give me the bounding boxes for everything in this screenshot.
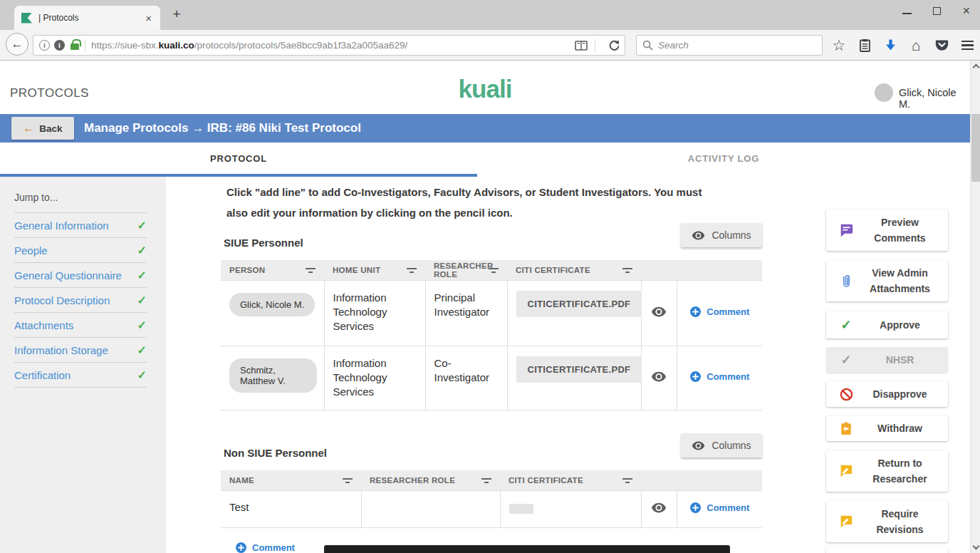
eye-icon — [692, 231, 705, 240]
person-chip[interactable]: Schmitz, Matthew V. — [229, 358, 317, 393]
reader-mode-icon[interactable] — [575, 40, 588, 51]
https-lock-icon[interactable] — [71, 43, 79, 50]
non-siue-columns-button[interactable]: Columns — [681, 433, 762, 458]
home-unit-value: Information Technology Services — [333, 291, 402, 334]
check-icon: ✓ — [838, 352, 855, 368]
add-circle-icon — [689, 502, 702, 514]
col-label: PERSON — [229, 266, 265, 274]
view-cell[interactable] — [641, 490, 677, 527]
add-comment-link[interactable]: Comment — [235, 542, 295, 553]
permissions-icon[interactable]: i — [54, 40, 65, 51]
comment-cell: Comment — [677, 490, 762, 527]
url-domain: kuali.co — [159, 40, 194, 51]
table-header-row: PERSON HOME UNIT RESEARCHER ROLE CITI CE… — [221, 260, 762, 280]
page-info-icon[interactable]: i — [39, 40, 50, 51]
col-person[interactable]: PERSON — [221, 260, 324, 280]
tab-close-icon[interactable]: × — [142, 12, 155, 24]
sidebar-item-people[interactable]: People ✓ — [14, 238, 147, 263]
sidebar-item-attachments[interactable]: Attachments ✓ — [14, 313, 147, 338]
person-chip[interactable]: Glick, Nicole M. — [229, 293, 315, 316]
back-button[interactable]: ← Back — [11, 117, 74, 140]
require-revisions-button[interactable]: Require Revisions — [826, 501, 948, 542]
filter-icon[interactable] — [306, 267, 316, 274]
home-icon[interactable]: ⌂ — [903, 37, 929, 54]
col-citi-certificate[interactable]: CITI CERTIFICATE — [507, 260, 641, 280]
filter-icon[interactable] — [343, 477, 353, 484]
non-siue-personnel-label: Non SIUE Personnel — [224, 447, 327, 459]
comment-link[interactable]: Comment — [689, 371, 749, 383]
partial-dark-button[interactable] — [324, 545, 730, 553]
search-box[interactable] — [636, 35, 823, 56]
sidebar-item-general-questionnaire[interactable]: General Questionnaire ✓ — [14, 263, 147, 288]
user-name[interactable]: Glick, Nicole M. — [899, 87, 970, 110]
reload-icon[interactable] — [608, 39, 620, 51]
eye-icon[interactable] — [651, 502, 667, 513]
user-avatar[interactable] — [875, 83, 893, 102]
siue-columns-button[interactable]: Columns — [681, 223, 762, 247]
toolbar-icons: ☆ ⌂ — [826, 30, 980, 61]
minimize-button[interactable] — [902, 13, 912, 14]
check-icon: ✓ — [137, 294, 147, 307]
eye-icon[interactable] — [651, 371, 667, 382]
browser-back-button[interactable]: ← — [6, 33, 28, 56]
menu-hamburger-icon[interactable] — [954, 41, 980, 50]
sidebar-item-protocol-description[interactable]: Protocol Description ✓ — [14, 288, 147, 313]
action-label: Preview Comments — [859, 215, 941, 246]
tab-activity-log[interactable]: ACTIVITY LOG — [477, 143, 970, 174]
scrollbar-thumb[interactable] — [971, 114, 980, 182]
check-icon: ✓ — [137, 368, 147, 382]
col-citi-certificate[interactable]: CITI CERTIFICATE — [500, 470, 641, 490]
siue-personnel-table: PERSON HOME UNIT RESEARCHER ROLE CITI CE… — [221, 260, 762, 410]
downloads-icon[interactable] — [877, 39, 903, 51]
filter-icon[interactable] — [622, 267, 632, 274]
sidebar-item-label: Information Storage — [14, 344, 108, 356]
close-window-button[interactable]: × — [962, 4, 970, 17]
partial-action-button[interactable] — [826, 547, 948, 553]
url-path: /protocols/protocols/5ae8bcc9ab1f3a2a005… — [194, 40, 407, 51]
col-researcher-role[interactable]: RESEARCHER ROLE — [361, 470, 500, 490]
comment-link[interactable]: Comment — [689, 502, 749, 514]
add-circle-icon — [235, 542, 247, 553]
col-researcher-role[interactable]: RESEARCHER ROLE — [425, 260, 507, 280]
name-value: Test — [229, 501, 249, 513]
action-label: Require Revisions — [859, 506, 941, 537]
filter-icon[interactable] — [481, 477, 491, 484]
eye-icon[interactable] — [651, 306, 667, 317]
filter-icon[interactable] — [407, 267, 417, 274]
sidebar-item-certification[interactable]: Certification ✓ — [14, 363, 147, 388]
certificate-placeholder — [509, 504, 533, 514]
view-admin-attachments-button[interactable]: View Admin Attachments — [826, 260, 948, 301]
view-cell[interactable] — [641, 346, 677, 410]
col-home-unit[interactable]: HOME UNIT — [324, 260, 425, 280]
comment-link[interactable]: Comment — [689, 306, 749, 318]
window-controls: × — [902, 0, 974, 21]
return-to-researcher-button[interactable]: Return to Researcher — [826, 450, 948, 492]
new-tab-button[interactable]: + — [168, 6, 185, 22]
sidebar-item-information-storage[interactable]: Information Storage ✓ — [14, 338, 147, 363]
approve-button[interactable]: ✓ Approve — [826, 311, 948, 338]
scroll-down-icon[interactable] — [972, 543, 979, 550]
sidebar-item-general-information[interactable]: General Information ✓ — [14, 213, 147, 238]
pocket-icon[interactable] — [929, 39, 954, 52]
scroll-up-icon[interactable] — [972, 64, 979, 71]
withdraw-button[interactable]: Withdraw — [826, 415, 948, 441]
view-cell[interactable] — [641, 280, 677, 346]
url-bar[interactable]: i i https://siue-sbx.kuali.co/protocols/… — [33, 35, 625, 56]
filter-icon[interactable] — [622, 477, 632, 484]
action-label: Disapprove — [859, 386, 941, 402]
clipboard-icon[interactable] — [852, 38, 877, 52]
preview-comments-button[interactable]: Preview Comments — [826, 210, 948, 251]
search-input[interactable] — [658, 40, 816, 51]
maximize-button[interactable] — [933, 7, 941, 15]
bookmark-star-icon[interactable]: ☆ — [826, 37, 852, 54]
citi-certificate-button[interactable]: CITICERTIFICATE.PDF — [516, 356, 642, 383]
page-scrollbar[interactable] — [970, 61, 980, 553]
col-label: RESEARCHER ROLE — [370, 476, 455, 485]
action-label: Approve — [859, 317, 941, 333]
tab-protocol[interactable]: PROTOCOL — [0, 143, 477, 174]
disapprove-button[interactable]: Disapprove — [826, 381, 948, 407]
filter-icon[interactable] — [489, 267, 499, 274]
col-name[interactable]: NAME — [221, 470, 361, 490]
browser-tab[interactable]: | Protocols × — [14, 6, 160, 30]
citi-certificate-button[interactable]: CITICERTIFICATE.PDF — [516, 291, 642, 317]
